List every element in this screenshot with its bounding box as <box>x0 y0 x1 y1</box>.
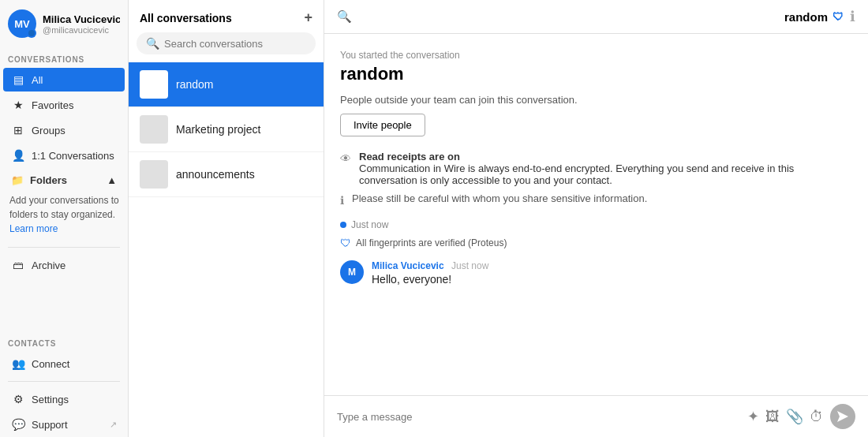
sidebar-item-groups[interactable]: ⊞ Groups <box>3 118 125 142</box>
fingerprint-shield-icon: 🛡 <box>340 237 351 249</box>
image-icon[interactable]: 🖼 <box>765 409 780 425</box>
folders-content: Add your conversations to folders to sta… <box>0 190 128 242</box>
conv-item-announcements[interactable]: announcements <box>129 152 324 197</box>
chat-header: 🔍 random 🛡 ℹ <box>324 0 868 34</box>
chat-header-title: random 🛡 <box>784 10 844 24</box>
message-sender: Milica Vucicevic <box>372 260 444 271</box>
folder-icon: 📁 <box>11 174 24 186</box>
search-input[interactable] <box>164 38 306 50</box>
profile-section: MV Milica Vucicevic 🛡 @milicavucicevic <box>0 0 128 47</box>
conv-list-header: All conversations + <box>129 0 324 32</box>
message-time: Just now <box>451 260 488 271</box>
eye-icon: 👁 <box>340 152 351 165</box>
attachment-icon[interactable]: 📎 <box>786 408 803 425</box>
time-label: Just now <box>351 219 388 230</box>
conversation-list: All conversations + 🔍 random Marketing p… <box>129 0 324 437</box>
avatar: MV <box>8 9 36 38</box>
favorites-icon: ★ <box>11 99 25 111</box>
send-button[interactable] <box>830 404 855 429</box>
contacts-section-label: CONTACTS <box>0 331 128 351</box>
svg-point-0 <box>28 30 35 36</box>
add-conversation-button[interactable]: + <box>304 9 312 26</box>
conversations-section-label: CONVERSATIONS <box>0 47 128 67</box>
message-text: Hello, everyone! <box>372 273 852 286</box>
connect-icon: 👥 <box>11 357 25 370</box>
chat-header-search <box>358 10 778 23</box>
groups-icon: ⊞ <box>11 124 25 136</box>
sidebar-divider-2 <box>8 381 120 382</box>
all-icon: ▤ <box>11 73 25 86</box>
warning-text: Please still be careful with whom you sh… <box>352 192 647 204</box>
message-input[interactable] <box>337 411 741 423</box>
profile-handle: @milicavucicevic <box>43 25 120 35</box>
conv-item-marketing[interactable]: Marketing project <box>129 107 324 152</box>
time-badge: Just now <box>340 219 852 230</box>
chat-header-right: ℹ <box>850 8 855 25</box>
svg-marker-1 <box>837 411 848 422</box>
1on1-icon: 👤 <box>11 149 25 162</box>
folders-header[interactable]: 📁 Folders ▲ <box>3 169 125 189</box>
search-icon: 🔍 <box>146 37 159 50</box>
external-link-icon: ↗ <box>110 420 117 430</box>
profile-info: Milica Vucicevic 🛡 @milicavucicevic <box>43 13 120 35</box>
conv-search-container: 🔍 <box>129 32 324 62</box>
sidebar-item-archive[interactable]: 🗃 Archive <box>3 253 125 277</box>
warning-row: ℹ Please still be careful with whom you … <box>340 192 852 207</box>
fingerprint-row: 🛡 All fingerprints are verified (Proteus… <box>340 237 852 249</box>
fingerprint-text: All fingerprints are verified (Proteus) <box>356 237 507 248</box>
settings-icon: ⚙ <box>11 393 25 405</box>
sidebar-item-support[interactable]: 💬 Support ↗ <box>3 413 125 436</box>
conv-name-random: random <box>176 78 213 91</box>
started-tag: You started the conversation <box>340 50 852 61</box>
chat-header-search-icon: 🔍 <box>337 9 352 24</box>
chat-body: You started the conversation random Peop… <box>324 34 868 395</box>
support-icon: 💬 <box>11 418 25 431</box>
timer-icon[interactable]: ⏱ <box>810 409 824 425</box>
conv-avatar-random <box>140 70 168 99</box>
chat-title: random <box>340 64 852 84</box>
message-meta: Milica Vucicevic Just now <box>372 260 852 271</box>
conv-avatar-announcements <box>140 160 168 189</box>
invite-people-button[interactable]: Invite people <box>340 114 425 136</box>
folders-chevron-icon: ▲ <box>107 174 117 186</box>
conv-avatar-marketing <box>140 115 168 144</box>
read-receipt-desc: Communication in Wire is always end-to-e… <box>359 162 852 186</box>
sidebar-item-favorites[interactable]: ★ Favorites <box>3 93 125 117</box>
search-box[interactable]: 🔍 <box>137 32 316 54</box>
warning-icon: ℹ <box>340 194 344 207</box>
conv-item-random[interactable]: random <box>129 62 324 107</box>
sidebar-divider-1 <box>8 247 120 248</box>
sparkle-icon[interactable]: ✦ <box>747 408 759 425</box>
archive-icon: 🗃 <box>11 259 25 271</box>
message-avatar: M <box>340 260 364 284</box>
chat-input-bar: ✦ 🖼 📎 ⏱ <box>324 395 868 437</box>
sidebar-item-1on1[interactable]: 👤 1:1 Conversations <box>3 144 125 167</box>
chat-header-search-input[interactable] <box>358 10 778 23</box>
profile-name: Milica Vucicevic 🛡 <box>43 13 120 25</box>
folders-learn-link[interactable]: Learn more <box>9 223 58 234</box>
sidebar-item-all[interactable]: ▤ All <box>3 68 125 92</box>
sidebar-item-settings[interactable]: ⚙ Settings <box>3 387 125 411</box>
read-receipt-row: 👁 Read receipts are on Communication in … <box>340 151 852 186</box>
verified-badge <box>27 28 36 38</box>
message-content: Milica Vucicevic Just now Hello, everyon… <box>372 260 852 286</box>
conv-name-marketing: Marketing project <box>176 123 260 136</box>
time-dot <box>340 222 346 228</box>
info-icon[interactable]: ℹ <box>850 9 855 24</box>
message-row: M Milica Vucicevic Just now Hello, every… <box>340 260 852 286</box>
conv-name-announcements: announcements <box>176 168 255 181</box>
sidebar: MV Milica Vucicevic 🛡 @milicavucicevic C… <box>0 0 129 437</box>
invite-desc: People outside your team can join this c… <box>340 94 852 106</box>
sidebar-item-connect[interactable]: 👥 Connect <box>3 352 125 375</box>
chat-header-shield-icon: 🛡 <box>832 10 844 23</box>
chat-main: 🔍 random 🛡 ℹ You started the conversatio… <box>324 0 868 437</box>
